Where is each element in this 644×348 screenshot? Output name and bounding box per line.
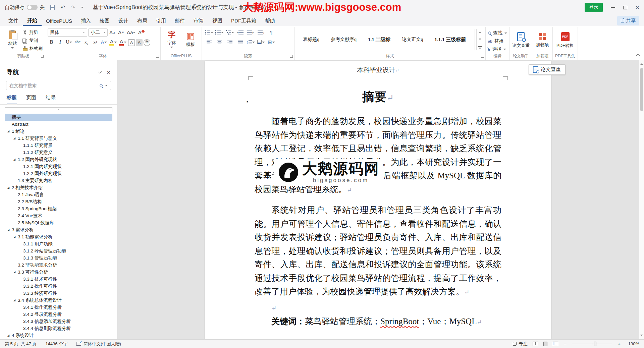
collapse-ribbon-icon[interactable] xyxy=(636,54,640,57)
search-input[interactable] xyxy=(9,83,97,88)
outline-item[interactable]: ◢ 3.4 系统总体流程设计 xyxy=(5,297,112,304)
sort-button[interactable]: ↓ xyxy=(256,28,266,37)
select-button[interactable]: 选择 xyxy=(488,45,506,53)
navigation-tab[interactable]: 标题 xyxy=(7,95,17,104)
outline-item[interactable]: ◢ 3.2 非功能需求分析 xyxy=(5,262,112,269)
ribbon-tab[interactable]: 开始 xyxy=(23,16,42,26)
navigation-tab[interactable]: 页面 xyxy=(26,95,36,104)
outline-item[interactable]: ◢ 3.1 功能需求分析 xyxy=(5,233,112,240)
minimize-icon[interactable] xyxy=(611,7,615,8)
navigation-tab[interactable]: 结果 xyxy=(46,95,56,104)
strikethrough-button[interactable]: abc xyxy=(74,38,82,46)
scroll-down-icon[interactable] xyxy=(640,335,643,337)
increase-indent-button[interactable]: ▸ xyxy=(246,28,255,37)
multilevel-list-button[interactable] xyxy=(225,28,234,37)
outline-item[interactable]: ◢ 3.4.1 操作流程分析 xyxy=(5,304,112,311)
ribbon-tab[interactable]: 帮助 xyxy=(261,16,279,26)
expand-triangle-icon[interactable]: ◢ xyxy=(7,186,12,189)
bullets-button[interactable] xyxy=(204,28,214,37)
quick-access-menu-icon[interactable] xyxy=(81,7,84,9)
pdf-convert-button[interactable]: PDF PDF转换 xyxy=(555,28,575,53)
underline-button[interactable]: U xyxy=(65,38,73,46)
line-spacing-button[interactable]: ↕ xyxy=(246,38,255,46)
style-item[interactable]: 论文正文q xyxy=(396,29,429,50)
italic-button[interactable]: I xyxy=(56,38,64,46)
cut-button[interactable]: 剪切 xyxy=(22,29,43,36)
read-mode-button[interactable] xyxy=(533,342,538,346)
paste-button[interactable]: 粘贴 xyxy=(4,28,21,53)
change-case-button[interactable]: Aa xyxy=(126,28,136,37)
clear-format-button[interactable]: A xyxy=(137,28,145,37)
style-item[interactable]: 1.1.1 三级标题 xyxy=(429,29,472,50)
dialog-launcher-icon[interactable] xyxy=(290,55,293,58)
highlight-color-button[interactable]: A xyxy=(109,38,117,46)
focus-mode-button[interactable]: 专注 xyxy=(513,341,527,347)
align-right-button[interactable] xyxy=(225,38,234,46)
outline-item[interactable]: ◢ 1.2.1 国内研究现状 xyxy=(5,163,112,170)
outline-item[interactable]: ◢ 3.3.3 经济可行性 xyxy=(5,290,112,297)
numbering-button[interactable] xyxy=(215,28,224,37)
document-search-box[interactable] xyxy=(6,81,111,90)
scrollbar-thumb[interactable] xyxy=(640,68,643,111)
shading-button[interactable] xyxy=(256,38,266,46)
paper-check-button[interactable]: 论文查重 xyxy=(512,28,530,53)
outline-item[interactable]: ◢ 1.3 主要研究内容 xyxy=(5,177,112,184)
word-count[interactable]: 14436 个字 xyxy=(45,341,67,347)
login-button[interactable]: 登录 xyxy=(585,3,603,12)
ribbon-tab[interactable]: 文件 xyxy=(4,16,23,26)
expand-triangle-icon[interactable]: ◢ xyxy=(13,271,18,274)
close-icon[interactable]: × xyxy=(635,4,639,11)
proofing-status[interactable]: ✓ 简体中文(中国大陆) xyxy=(76,341,121,347)
ribbon-tab[interactable]: OfficePLUS xyxy=(42,16,76,26)
dialog-launcher-icon[interactable] xyxy=(156,55,159,58)
outline-item[interactable]: ◢ 1.1.1 研究背景 xyxy=(5,142,112,149)
ribbon-tab[interactable]: 邮件 xyxy=(170,16,189,26)
outline-item[interactable]: ◢ 3.3.2 操作可行性 xyxy=(5,283,112,290)
font-family-combo[interactable]: 黑体 xyxy=(48,28,87,37)
outline-item[interactable]: ◢ 3.1.3 管理员功能 xyxy=(5,254,112,262)
search-options-icon[interactable] xyxy=(105,85,108,88)
outline-item[interactable]: ◢ 2.2 B/S结构 xyxy=(5,198,112,205)
toggle-off-icon[interactable] xyxy=(27,5,38,10)
outline-item[interactable]: ◢ 2.4 Vue技术 xyxy=(5,212,112,219)
outline-item[interactable]: ◢ 3 需求分析 xyxy=(5,226,112,233)
style-item[interactable]: 表标题q xyxy=(297,29,325,50)
enclose-character-button[interactable]: 字 xyxy=(144,39,150,46)
decrease-indent-button[interactable]: ◂ xyxy=(235,28,245,37)
align-center-button[interactable] xyxy=(215,38,224,46)
outline-item[interactable]: ◢ 1.2.2 国外研究现状 xyxy=(5,170,112,177)
expand-triangle-icon[interactable]: ◢ xyxy=(7,228,12,231)
scroll-up-icon[interactable] xyxy=(640,62,643,65)
outline-item[interactable]: ◢ 2.1 Java语言 xyxy=(5,191,112,198)
outline-item[interactable]: ◢ 2 相关技术介绍 xyxy=(5,184,112,191)
align-left-button[interactable] xyxy=(204,38,214,46)
ribbon-tab[interactable]: 插入 xyxy=(76,16,95,26)
text-effects-button[interactable]: A xyxy=(100,38,108,46)
officeplus-font-button[interactable]: 字 字体 xyxy=(163,28,180,53)
outline-item[interactable]: ◢ 1.1 研究背景与意义 xyxy=(5,135,112,142)
outline-item[interactable]: ◢ 3.4.4 信息删除流程分析 xyxy=(5,325,112,332)
dialog-launcher-icon[interactable] xyxy=(481,55,484,58)
subscript-button[interactable]: x₂ xyxy=(83,38,90,46)
outline-item[interactable]: ◢ 3.1.2 驿站管理员功能 xyxy=(5,247,112,254)
find-button[interactable]: 查找 xyxy=(488,29,507,37)
redo-icon[interactable]: ↷ xyxy=(70,5,75,10)
grow-font-button[interactable]: A▲ xyxy=(109,28,116,37)
autosave-toggle[interactable]: 自动保存 关 xyxy=(5,4,45,11)
web-layout-button[interactable] xyxy=(553,342,558,346)
dialog-launcher-icon[interactable] xyxy=(41,55,44,58)
search-icon[interactable] xyxy=(100,84,103,87)
gallery-up-icon[interactable] xyxy=(477,29,483,36)
zoom-out-icon[interactable]: − xyxy=(564,341,567,346)
officeplus-template-button[interactable]: 模板 xyxy=(182,28,199,53)
outline-item[interactable]: ◢ 1.1.2 研究意义 xyxy=(5,149,112,156)
gallery-down-icon[interactable] xyxy=(477,36,483,43)
ribbon-tab[interactable]: 布局 xyxy=(133,16,152,26)
outline-item[interactable]: ◢ 2.5 MySQL数据库 xyxy=(5,219,112,226)
ribbon-tab[interactable]: PDF工具箱 xyxy=(227,16,261,26)
zoom-slider-thumb[interactable] xyxy=(594,342,596,346)
outline-jump-top-button[interactable] xyxy=(5,107,112,112)
zoom-in-icon[interactable]: + xyxy=(618,341,621,346)
undo-icon[interactable]: ↶ xyxy=(60,5,65,10)
outline-item[interactable]: ◢ 4 系统设计 xyxy=(5,332,112,339)
